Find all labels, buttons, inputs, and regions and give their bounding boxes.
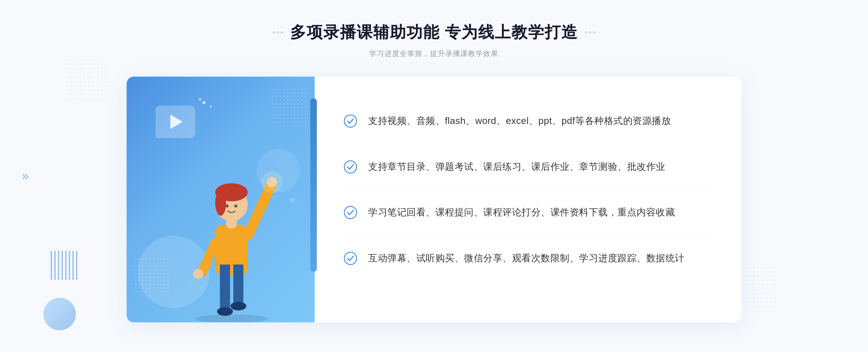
feature-item-4: 互动弹幕、试听购买、微信分享、观看次数限制、学习进度跟踪、数据统计 — [344, 236, 712, 281]
title-row: 多项录播课辅助功能 专为线上教学打造 — [273, 22, 595, 43]
svg-point-13 — [234, 205, 237, 207]
svg-point-12 — [226, 205, 229, 207]
svg-point-22 — [344, 252, 357, 265]
circle-decoration-bottom-left — [43, 298, 76, 330]
feature-text-3: 学习笔记回看、课程提问、课程评论打分、课件资料下载，重点内容收藏 — [368, 205, 675, 220]
svg-rect-16 — [220, 265, 230, 275]
svg-rect-17 — [233, 265, 243, 275]
feature-item-1: 支持视频、音频、flash、word、excel、ppt、pdf等各种格式的资源… — [344, 98, 712, 144]
dot-6 — [593, 31, 595, 34]
check-icon-1 — [344, 114, 357, 128]
sparkle-2 — [210, 106, 212, 107]
svg-point-20 — [344, 161, 357, 173]
page-header: 多项录播课辅助功能 专为线上教学打造 学习进度全掌握，提升录播课教学效果 — [273, 22, 595, 59]
chevron-left-icon: » — [22, 168, 26, 184]
check-icon-3 — [344, 206, 357, 219]
svg-point-15 — [193, 269, 203, 279]
page-subtitle: 学习进度全掌握，提升录播课教学效果 — [273, 49, 595, 59]
dots-decoration-top-left — [65, 58, 109, 101]
dots-right — [585, 31, 595, 34]
svg-point-11 — [215, 190, 226, 216]
feature-item-3: 学习笔记回看、课程提问、课程评论打分、课件资料下载，重点内容收藏 — [344, 190, 712, 236]
svg-point-3 — [217, 307, 233, 316]
dot-3 — [281, 31, 283, 34]
sparkle-3 — [199, 98, 201, 100]
feature-text-2: 支持章节目录、弹题考试、课后练习、课后作业、章节测验、批改作业 — [368, 159, 665, 175]
svg-point-4 — [230, 302, 246, 310]
sparkle-1 — [203, 101, 205, 104]
feature-text-4: 互动弹幕、试听购买、微信分享、观看次数限制、学习进度跟踪、数据统计 — [368, 251, 685, 266]
svg-point-19 — [344, 115, 357, 127]
svg-line-6 — [248, 185, 271, 236]
play-icon — [170, 115, 183, 129]
svg-point-18 — [261, 171, 283, 193]
svg-rect-2 — [233, 272, 243, 306]
person-svg — [177, 142, 286, 322]
check-icon-4 — [344, 252, 357, 265]
svg-rect-1 — [220, 272, 230, 312]
dot-5 — [589, 31, 591, 34]
svg-point-21 — [344, 206, 357, 219]
person-illustration — [127, 142, 315, 322]
feature-text-1: 支持视频、音频、flash、word、excel、ppt、pdf等各种格式的资源… — [368, 113, 671, 129]
page-title: 多项录播课辅助功能 专为线上教学打造 — [290, 22, 578, 43]
dot-1 — [273, 31, 275, 34]
dot-2 — [277, 31, 279, 34]
dots-left — [273, 31, 283, 34]
content-area: 支持视频、音频、flash、word、excel、ppt、pdf等各种格式的资源… — [315, 77, 741, 322]
illus-dots-top-right — [271, 87, 307, 124]
svg-point-0 — [195, 314, 268, 322]
svg-line-7 — [203, 243, 215, 272]
page-container: » 多项录播课辅助功能 专为线上教学打造 学习进度全掌握，提升录播课教学效果 — [0, 0, 868, 352]
video-bubble — [156, 106, 195, 138]
main-card: « — [127, 77, 741, 322]
stripe-decoration — [51, 251, 80, 280]
feature-item-2: 支持章节目录、弹题考试、课后练习、课后作业、章节测验、批改作业 — [344, 144, 712, 190]
illustration-area: « — [127, 77, 315, 322]
check-icon-2 — [344, 160, 357, 174]
dot-4 — [585, 31, 587, 34]
